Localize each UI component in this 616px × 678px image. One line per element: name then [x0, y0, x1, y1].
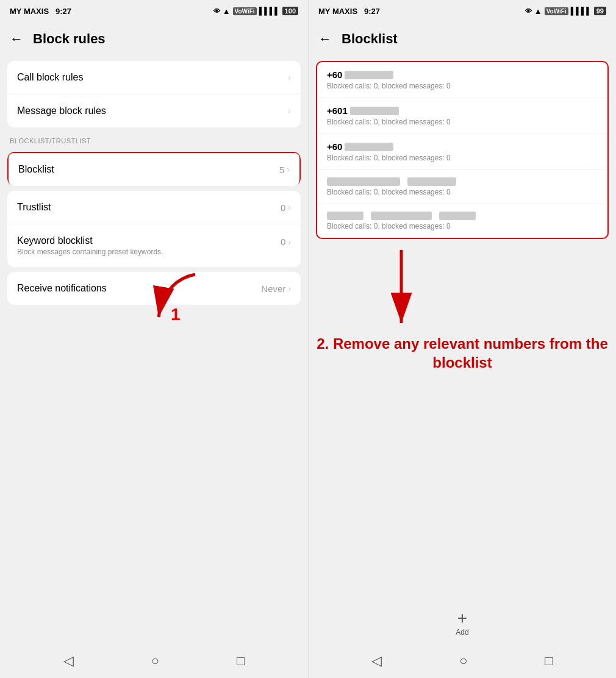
keyword-blocklist-value-area: 0 › — [281, 237, 291, 247]
left-nav-home[interactable]: ○ — [151, 653, 159, 669]
blocklist-entry-3[interactable]: +60 Blocked calls: 0, blocked messages: … — [317, 134, 607, 170]
call-block-rules-item[interactable]: Call block rules › — [7, 61, 301, 95]
message-block-rules-item[interactable]: Message block rules › — [7, 95, 301, 127]
entry-4-number — [327, 177, 598, 186]
keyword-blocklist-chevron: › — [288, 237, 291, 247]
entry-5-info: Blocked calls: 0, blocked messages: 0 — [327, 222, 598, 230]
call-block-rules-label: Call block rules — [17, 72, 83, 83]
blocklist-trustlist-card: Blocklist 5 › — [7, 152, 301, 186]
notifications-value-area: Never › — [261, 284, 291, 294]
block-rules-card: Call block rules › Message block rules › — [7, 61, 301, 127]
entry-5-blurred-1 — [327, 212, 364, 220]
left-status-icons: 👁 ▲ VoWiFi ▌▌▌▌ 100 — [213, 7, 298, 16]
right-battery-indicator: 99 — [594, 7, 606, 15]
entry-4-blurred-1 — [327, 177, 400, 186]
right-nav-back[interactable]: ◁ — [371, 653, 382, 669]
right-status-icons: 👁 ▲ VoWiFi ▌▌▌▌ 99 — [525, 7, 606, 16]
entry-5-blurred-2 — [371, 212, 432, 220]
add-button-area: + Add — [309, 601, 616, 644]
message-block-rules-right: › — [288, 106, 291, 116]
right-eye-icon: 👁 — [525, 7, 532, 15]
left-status-bar: MY MAXIS 9:27 👁 ▲ VoWiFi ▌▌▌▌ 100 — [0, 0, 308, 22]
keyword-blocklist-text: Keyword blocklist Block messages contain… — [17, 235, 163, 256]
notifications-item[interactable]: Receive notifications Never › — [7, 272, 301, 305]
blocklist-count: 5 — [279, 165, 284, 175]
right-wifi-icon: ▲ — [534, 7, 542, 16]
message-block-rules-chevron: › — [288, 106, 291, 116]
entry-1-info: Blocked calls: 0, blocked messages: 0 — [327, 82, 598, 90]
battery-indicator: 100 — [282, 7, 298, 15]
right-vowifi-badge: VoWiFi — [545, 7, 568, 15]
entry-3-number: +60 — [327, 141, 598, 152]
step2-arrow — [353, 244, 450, 341]
blocklist-entry-1[interactable]: +60 Blocked calls: 0, blocked messages: … — [317, 62, 607, 98]
entry-4-info: Blocked calls: 0, blocked messages: 0 — [327, 188, 598, 196]
blocklist-section-label: BLOCKLIST/TRUSTLIST — [7, 132, 301, 147]
trustlist-card: Trustlist 0 › Keyword blocklist Block me… — [7, 191, 301, 267]
trustlist-count: 0 — [281, 202, 285, 213]
left-phone-panel: MY MAXIS 9:27 👁 ▲ VoWiFi ▌▌▌▌ 100 ← Bloc… — [0, 0, 308, 678]
entry-3-info: Blocked calls: 0, blocked messages: 0 — [327, 154, 598, 162]
entry-5-blurred-3 — [439, 212, 476, 220]
right-nav-recents[interactable]: □ — [545, 653, 553, 669]
left-top-bar: ← Block rules — [0, 22, 308, 56]
add-label: Add — [456, 628, 468, 637]
step1-number: 1 — [171, 305, 181, 324]
call-block-rules-right: › — [288, 73, 291, 82]
add-icon: + — [457, 608, 467, 628]
entry-1-blurred — [345, 71, 393, 79]
notifications-value: Never — [261, 284, 285, 294]
notifications-card: Receive notifications Never › — [7, 272, 301, 305]
entry-5-number — [327, 212, 598, 220]
entry-2-blurred — [350, 107, 399, 115]
blocklist-entry-4[interactable]: Blocked calls: 0, blocked messages: 0 — [317, 170, 607, 204]
wifi-icon: ▲ — [223, 7, 231, 16]
right-top-bar: ← Blocklist — [309, 22, 616, 56]
trustlist-item[interactable]: Trustlist 0 › — [7, 191, 301, 224]
blocklist-entry-2[interactable]: +601 Blocked calls: 0, blocked messages:… — [317, 98, 607, 134]
entry-2-number: +601 — [327, 105, 598, 116]
signal-icon: ▌▌▌▌ — [259, 7, 280, 15]
trustlist-chevron: › — [288, 202, 291, 212]
call-block-rules-chevron: › — [288, 73, 291, 82]
right-status-bar: MY MAXIS 9:27 👁 ▲ VoWiFi ▌▌▌▌ 99 — [309, 0, 616, 22]
keyword-blocklist-item[interactable]: Keyword blocklist Block messages contain… — [7, 224, 301, 267]
blocklist-chevron: › — [287, 165, 290, 174]
right-page-title: Blocklist — [342, 31, 398, 47]
keyword-blocklist-sublabel: Block messages containing preset keyword… — [17, 248, 163, 256]
notifications-chevron: › — [288, 284, 291, 293]
left-content-area: Call block rules › Message block rules ›… — [0, 56, 308, 644]
right-phone-panel: MY MAXIS 9:27 👁 ▲ VoWiFi ▌▌▌▌ 99 ← Block… — [308, 0, 616, 678]
right-annotation-area — [316, 244, 609, 366]
right-nav-home[interactable]: ○ — [459, 653, 467, 669]
blocklist-item[interactable]: Blocklist 5 › — [7, 152, 301, 186]
entry-1-number: +60 — [327, 70, 598, 80]
message-block-rules-label: Message block rules — [17, 105, 106, 116]
left-page-title: Block rules — [33, 31, 106, 47]
left-nav-recents[interactable]: □ — [237, 653, 245, 669]
trustlist-label: Trustlist — [17, 202, 51, 213]
eye-icon: 👁 — [213, 7, 220, 15]
keyword-blocklist-label: Keyword blocklist — [17, 235, 163, 246]
vowifi-badge: VoWiFi — [233, 7, 257, 15]
right-signal-icon: ▌▌▌▌ — [571, 7, 592, 15]
right-bottom-nav: ◁ ○ □ — [309, 644, 616, 678]
add-button[interactable]: + Add — [456, 608, 468, 637]
left-back-button[interactable]: ← — [10, 31, 23, 47]
blocklist-entries-card: +60 Blocked calls: 0, blocked messages: … — [316, 61, 609, 239]
entry-3-blurred — [345, 143, 393, 151]
blocklist-value-area: 5 › — [279, 165, 290, 175]
blocklist-entry-5[interactable]: Blocked calls: 0, blocked messages: 0 — [317, 204, 607, 238]
right-back-button[interactable]: ← — [318, 31, 332, 47]
left-carrier-time: MY MAXIS 9:27 — [10, 7, 71, 16]
right-content-area: +60 Blocked calls: 0, blocked messages: … — [309, 56, 616, 601]
entry-2-info: Blocked calls: 0, blocked messages: 0 — [327, 118, 598, 126]
entry-4-blurred-2 — [407, 177, 456, 186]
blocklist-label: Blocklist — [18, 164, 54, 175]
keyword-blocklist-count: 0 — [281, 237, 285, 247]
left-nav-back[interactable]: ◁ — [63, 653, 74, 669]
left-bottom-nav: ◁ ○ □ — [0, 644, 308, 678]
notifications-label: Receive notifications — [17, 283, 107, 294]
trustlist-value-area: 0 › — [281, 202, 291, 213]
right-carrier-time: MY MAXIS 9:27 — [318, 7, 380, 16]
